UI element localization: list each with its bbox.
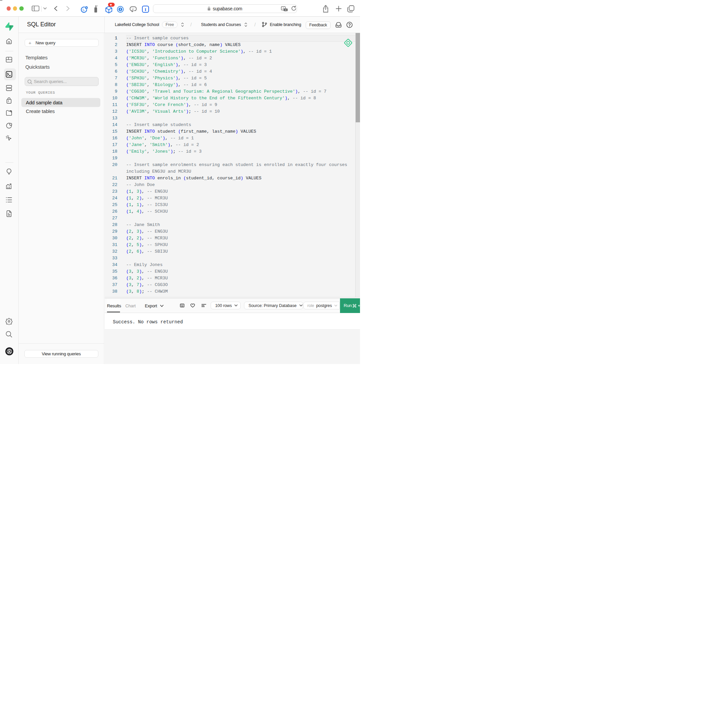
- svg-text:x: x: [285, 8, 286, 11]
- svg-text:I: I: [144, 7, 146, 12]
